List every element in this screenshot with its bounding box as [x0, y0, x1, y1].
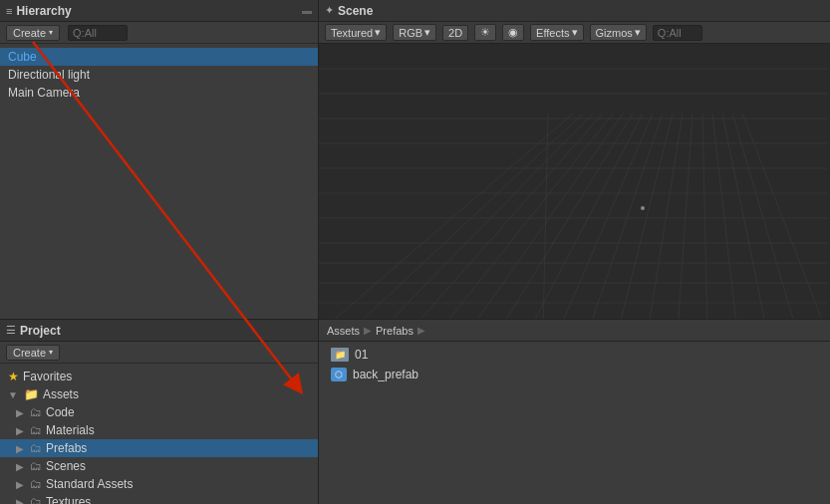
project-panel: ☰ Project Create ▾ ★ Favorites ▼ 📁 [0, 320, 319, 504]
svg-rect-0 [319, 44, 830, 319]
hierarchy-list: Cube Directional light Main Camera [0, 44, 318, 319]
standard-assets-label: Standard Assets [46, 477, 133, 491]
main-camera-label: Main Camera [8, 86, 80, 100]
code-expand-arrow: ▶ [16, 407, 24, 418]
materials-folder-icon: 🗂 [30, 423, 42, 437]
breadcrumb-assets[interactable]: Assets [327, 325, 360, 337]
project-icon: ☰ [6, 324, 16, 337]
asset-item-01[interactable]: 📁 01 [327, 346, 822, 364]
gizmos-arrow: ▾ [635, 26, 641, 39]
top-row: ≡ Hierarchy ▬ Create ▾ Cube Directional … [0, 0, 830, 319]
tree-item-standard-assets[interactable]: ▶ 🗂 Standard Assets [0, 475, 318, 493]
color-space-arrow: ▾ [424, 26, 430, 39]
back-prefab-label: back_prefab [353, 368, 418, 381]
render-mode-button[interactable]: Textured ▾ [325, 24, 387, 41]
prefab-back-icon: ⬡ [331, 368, 347, 381]
hierarchy-item-cube[interactable]: Cube [0, 48, 318, 66]
breadcrumb-sep-1: ▶ [364, 325, 372, 336]
code-folder-icon: 🗂 [30, 405, 42, 419]
sun-icon: ☀ [480, 26, 490, 39]
effects-button[interactable]: Effects ▾ [530, 24, 583, 41]
svg-point-32 [641, 206, 645, 210]
audio-button[interactable]: ◉ [502, 24, 524, 41]
bottom-row: ☰ Project Create ▾ ★ Favorites ▼ 📁 [0, 319, 830, 504]
hierarchy-panel: ≡ Hierarchy ▬ Create ▾ Cube Directional … [0, 0, 319, 319]
scene-search-input[interactable] [653, 25, 702, 41]
materials-label: Materials [46, 423, 95, 437]
directional-light-label: Directional light [8, 68, 90, 82]
color-space-button[interactable]: RGB ▾ [393, 24, 436, 41]
hierarchy-create-button[interactable]: Create ▾ [6, 25, 60, 41]
scene-icon: ✦ [325, 4, 334, 17]
hierarchy-toolbar: Create ▾ [0, 22, 318, 44]
scenes-expand-arrow: ▶ [16, 461, 24, 472]
hierarchy-title: Hierarchy [16, 4, 71, 18]
scene-toolbar: Textured ▾ RGB ▾ 2D ☀ ◉ Effects [319, 22, 830, 44]
effects-arrow: ▾ [572, 26, 578, 39]
tree-item-favorites[interactable]: ★ Favorites [0, 368, 318, 385]
hierarchy-drag-handle: ▬ [302, 5, 312, 16]
sun-button[interactable]: ☀ [474, 24, 496, 41]
hierarchy-icon: ≡ [6, 5, 12, 17]
tree-item-code[interactable]: ▶ 🗂 Code [0, 403, 318, 421]
scene-grid [319, 44, 830, 319]
hierarchy-item-main-camera[interactable]: Main Camera [0, 84, 318, 102]
materials-expand-arrow: ▶ [16, 425, 24, 436]
gizmos-button[interactable]: Gizmos ▾ [590, 24, 647, 41]
project-toolbar: Create ▾ [0, 342, 318, 364]
asset-item-back-prefab[interactable]: ⬡ back_prefab [327, 366, 822, 383]
textures-folder-icon: 🗂 [30, 495, 42, 504]
tree-item-prefabs[interactable]: ▶ 🗂 Prefabs [0, 439, 318, 457]
project-title: Project [20, 324, 61, 338]
prefabs-folder-icon: 🗂 [30, 441, 42, 455]
prefabs-label: Prefabs [46, 441, 87, 455]
audio-icon: ◉ [508, 26, 518, 39]
hierarchy-header: ≡ Hierarchy ▬ [0, 0, 318, 22]
scenes-label: Scenes [46, 459, 86, 473]
folder-01-icon: 📁 [331, 348, 349, 362]
project-create-button[interactable]: Create ▾ [6, 345, 60, 361]
prefabs-expand-arrow: ▶ [16, 443, 24, 454]
scene-title: Scene [338, 4, 373, 18]
tree-item-materials[interactable]: ▶ 🗂 Materials [0, 421, 318, 439]
favorites-label: Favorites [23, 370, 72, 383]
assets-panel: Assets ▶ Prefabs ▶ 📁 01 ⬡ back_prefab [319, 320, 830, 504]
scenes-folder-icon: 🗂 [30, 459, 42, 473]
cube-label: Cube [8, 50, 37, 64]
standard-assets-folder-icon: 🗂 [30, 477, 42, 491]
textures-label: Textures [46, 495, 91, 504]
project-header: ☰ Project [0, 320, 318, 342]
assets-expand-arrow: ▼ [8, 389, 18, 400]
project-tree: ★ Favorites ▼ 📁 Assets ▶ 🗂 Code ▶ [0, 364, 318, 504]
assets-breadcrumb: Assets ▶ Prefabs ▶ [319, 320, 830, 342]
hierarchy-search-input[interactable] [68, 25, 128, 41]
textures-expand-arrow: ▶ [16, 497, 24, 505]
scene-header: ✦ Scene [319, 0, 830, 22]
render-mode-arrow: ▾ [375, 26, 381, 39]
assets-folder-icon: 📁 [24, 387, 39, 401]
scene-view [319, 44, 830, 319]
create-dropdown-arrow: ▾ [49, 28, 53, 37]
folder-01-label: 01 [355, 348, 368, 362]
scene-panel: ✦ Scene Textured ▾ RGB ▾ 2D ☀ [319, 0, 830, 319]
standard-assets-expand-arrow: ▶ [16, 479, 24, 490]
assets-list: 📁 01 ⬡ back_prefab [319, 342, 830, 504]
breadcrumb-sep-2: ▶ [417, 325, 425, 336]
star-icon: ★ [8, 370, 19, 383]
breadcrumb-prefabs[interactable]: Prefabs [376, 325, 414, 337]
tree-item-assets[interactable]: ▼ 📁 Assets [0, 385, 318, 403]
hierarchy-item-directional-light[interactable]: Directional light [0, 66, 318, 84]
tree-item-scenes[interactable]: ▶ 🗂 Scenes [0, 457, 318, 475]
dimension-button[interactable]: 2D [442, 25, 468, 41]
code-label: Code [46, 405, 75, 419]
assets-label: Assets [43, 387, 79, 401]
tree-item-textures[interactable]: ▶ 🗂 Textures [0, 493, 318, 504]
main-container: ≡ Hierarchy ▬ Create ▾ Cube Directional … [0, 0, 830, 504]
project-create-arrow: ▾ [49, 348, 53, 357]
